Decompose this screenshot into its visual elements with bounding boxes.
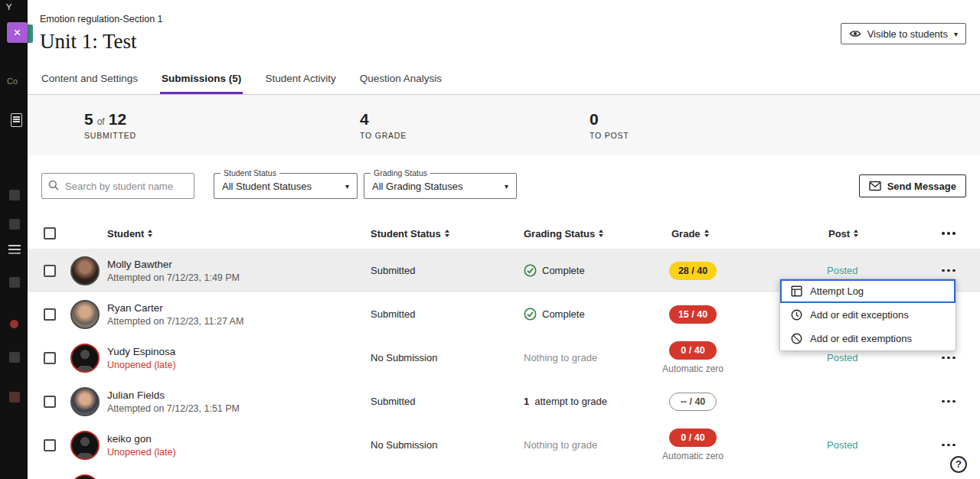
- stat-to-grade: 4 TO GRADE: [360, 110, 590, 155]
- grading-status-dropdown[interactable]: Grading Status All Grading Statuses ▾: [364, 173, 517, 199]
- close-panel-button[interactable]: ×: [7, 22, 28, 43]
- student-status-dropdown[interactable]: Student Status All Student Statuses ▾: [214, 173, 358, 199]
- student-status-cell: Submitted: [371, 265, 524, 276]
- assessment-panel: Emotion regulation-Section 1 Unit 1: Tes…: [28, 0, 980, 479]
- chevron-down-icon: ▾: [505, 182, 508, 191]
- row-checkbox[interactable]: [44, 265, 56, 277]
- grade-pill[interactable]: -- / 40: [669, 393, 717, 411]
- row-checkbox[interactable]: [44, 308, 56, 321]
- table-overflow-menu[interactable]: [940, 227, 957, 240]
- tab-question-analysis[interactable]: Question Analysis: [358, 67, 443, 94]
- menu-item-attempt-log[interactable]: Attempt Log: [780, 279, 956, 303]
- grading-status-cell: 1 attempt to grade: [524, 396, 655, 407]
- grade-note: Automatic zero: [662, 451, 724, 461]
- grade-pill[interactable]: 15 / 40: [669, 305, 717, 324]
- chevron-down-icon: ▾: [954, 30, 958, 38]
- sort-icon: [854, 230, 858, 237]
- grade-pill[interactable]: 0 / 40: [669, 341, 717, 360]
- row-overflow-menu[interactable]: [940, 439, 980, 451]
- clock-icon: [790, 309, 802, 321]
- row-overflow-menu[interactable]: [940, 265, 980, 277]
- row-overflow-menu[interactable]: [940, 396, 980, 408]
- avatar: [70, 344, 100, 373]
- tab-submissions[interactable]: Submissions (5): [160, 67, 243, 94]
- table-row: Julian Fields Attempted on 7/12/23, 1:51…: [28, 380, 980, 423]
- submission-stats: 5 of 12 SUBMITTED 4 TO GRADE 0 TO POST: [28, 95, 980, 155]
- row-checkbox[interactable]: [44, 352, 56, 364]
- page-title: Unit 1: Test: [40, 30, 965, 54]
- post-status[interactable]: Posted: [827, 439, 858, 451]
- grading-status-cell: Complete: [524, 308, 655, 321]
- rail-icon: [9, 277, 20, 288]
- list-icon: [8, 245, 19, 254]
- student-name-link[interactable]: Molly Bawther: [107, 259, 371, 270]
- complete-check-icon: [524, 264, 537, 277]
- document-icon: [11, 113, 22, 127]
- student-name-link[interactable]: Ryan Carter: [107, 302, 371, 314]
- stat-label: SUBMITTED: [84, 131, 360, 140]
- search-icon: [47, 179, 60, 191]
- table-row-partial: 0 / 40: [28, 467, 980, 479]
- visibility-label: Visible to students: [867, 28, 948, 40]
- attempt-info: Unopened (late): [107, 447, 371, 458]
- student-name-link[interactable]: keiko gon: [107, 433, 371, 445]
- avatar: [70, 387, 100, 416]
- student-name-link[interactable]: Julian Fields: [107, 389, 371, 401]
- avatar: [70, 256, 100, 285]
- chevron-down-icon: ▾: [345, 182, 349, 191]
- student-status-cell: No Submission: [371, 439, 524, 451]
- post-status[interactable]: Posted: [827, 352, 858, 363]
- stat-label: TO POST: [590, 131, 865, 140]
- tab-content-and-settings[interactable]: Content and Settings: [40, 67, 139, 94]
- student-status-cell: Submitted: [371, 308, 524, 320]
- row-checkbox[interactable]: [44, 396, 56, 408]
- alert-dot-icon: [10, 320, 18, 328]
- sort-icon: [599, 230, 603, 237]
- rail-icon: [9, 352, 20, 363]
- collapsed-course-rail: Y Co: [0, 0, 28, 479]
- grading-status-cell: Nothing to grade: [524, 352, 655, 363]
- stat-submitted: 5 of 12 SUBMITTED: [84, 110, 360, 155]
- row-overflow-menu[interactable]: [940, 352, 980, 364]
- rail-icon: [9, 190, 20, 200]
- visibility-dropdown-button[interactable]: Visible to students ▾: [841, 23, 966, 44]
- menu-item-add-edit-exemptions[interactable]: Add or edit exemptions: [780, 327, 956, 350]
- col-header-grade[interactable]: Grade: [655, 228, 804, 240]
- menu-item-add-edit-exceptions[interactable]: Add or edit exceptions: [780, 303, 956, 327]
- sort-icon: [445, 230, 449, 237]
- attempt-info: Attempted on 7/12/23, 1:51 PM: [107, 403, 371, 414]
- student-status-cell: No Submission: [371, 352, 524, 363]
- col-header-post[interactable]: Post: [804, 228, 919, 240]
- sort-icon: [704, 230, 709, 237]
- stat-to-post: 0 TO POST: [590, 110, 865, 155]
- row-context-menu: Attempt Log Add or edit exceptions Add o…: [779, 279, 956, 351]
- help-button[interactable]: ?: [950, 456, 967, 473]
- col-header-student[interactable]: Student: [107, 228, 371, 240]
- student-status-cell: Submitted: [371, 396, 524, 407]
- select-all-checkbox[interactable]: [44, 227, 56, 240]
- grade-pill[interactable]: 0 / 40: [669, 428, 717, 447]
- tab-bar: Content and Settings Submissions (5) Stu…: [28, 67, 980, 95]
- grade-pill[interactable]: 28 / 40: [669, 262, 717, 280]
- avatar: [70, 474, 100, 479]
- stat-label: TO GRADE: [360, 131, 590, 140]
- search-input[interactable]: [41, 173, 194, 199]
- send-message-button[interactable]: Send Message: [859, 174, 966, 197]
- post-status[interactable]: Posted: [827, 265, 858, 276]
- col-header-grading-status[interactable]: Grading Status: [524, 228, 655, 240]
- student-search: [41, 173, 194, 199]
- grading-status-cell: Complete: [524, 264, 655, 277]
- rail-text: Y: [6, 2, 11, 11]
- grading-status-cell: Nothing to grade: [524, 439, 655, 451]
- stat-value: 5: [84, 110, 93, 129]
- tab-student-activity[interactable]: Student Activity: [263, 67, 337, 94]
- filter-bar: Student Status All Student Statuses ▾ Gr…: [28, 172, 980, 200]
- avatar: [70, 300, 100, 329]
- row-checkbox[interactable]: [44, 439, 56, 451]
- rail-icon: [9, 219, 20, 230]
- stat-value: 0: [590, 110, 599, 129]
- stat-joiner: of: [97, 116, 105, 127]
- dropdown-value: All Grading Statuses: [372, 181, 505, 192]
- col-header-student-status[interactable]: Student Status: [371, 228, 524, 240]
- student-name-link[interactable]: Yudy Espinosa: [107, 346, 371, 357]
